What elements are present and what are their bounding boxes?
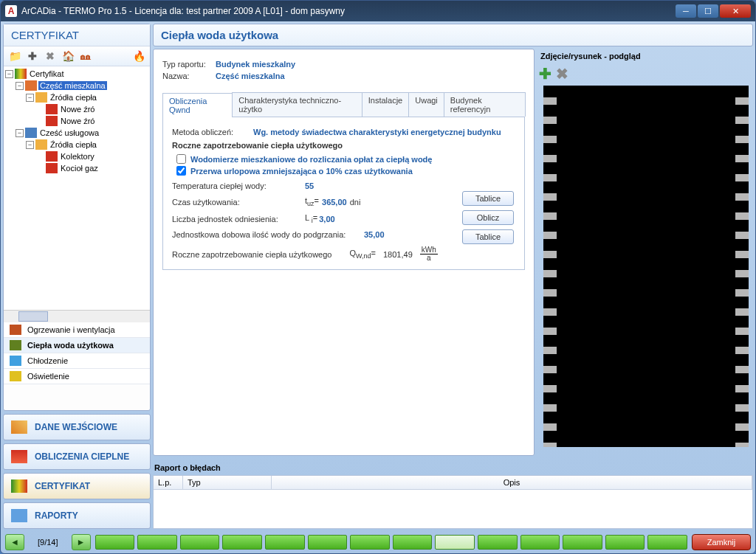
progress-seg[interactable] — [180, 535, 220, 550]
metoda-value[interactable]: Wg. metody świadectwa charakterystyki en… — [253, 128, 501, 136]
progress-seg-current[interactable] — [435, 535, 475, 550]
tree-h-scrollbar[interactable] — [4, 310, 150, 322]
delete-icon[interactable]: ✖ — [42, 48, 58, 64]
typ-raportu-value[interactable]: Budynek mieszkalny — [216, 60, 295, 69]
errors-title: Raport o błędach — [153, 460, 753, 475]
errors-table: L.p. Typ Opis — [153, 475, 753, 529]
house-icon — [25, 80, 37, 91]
page-indicator: [9/14] — [29, 538, 67, 547]
metoda-label: Metoda obliczeń: — [172, 128, 253, 136]
roczne-symbol: QW,nd= — [349, 249, 376, 260]
preview-panel: Zdjęcie/rysunek - podgląd ✚ ✖ — [539, 49, 753, 456]
collapse-icon[interactable]: − — [16, 82, 24, 90]
nav-item-heating[interactable]: Ogrzewanie i wentylacja — [4, 322, 150, 338]
czas-symbol: tuz= — [305, 196, 319, 207]
prev-page-button[interactable]: ◄ — [5, 534, 24, 550]
flame-icon[interactable]: 🔥 — [131, 48, 147, 64]
tablice-button-2[interactable]: Tablice — [462, 229, 514, 244]
tree-node[interactable]: −Część mieszkalna — [5, 80, 150, 91]
delete-image-icon[interactable]: ✖ — [556, 65, 568, 83]
progress-seg[interactable] — [520, 535, 560, 550]
add-icon[interactable]: 📁 — [7, 48, 23, 64]
col-typ[interactable]: Typ — [183, 476, 272, 489]
liczba-value[interactable]: 3,00 — [319, 215, 334, 224]
progress-seg[interactable] — [647, 535, 687, 550]
progress-seg[interactable] — [137, 535, 177, 550]
errors-body — [154, 490, 752, 528]
czas-label: Czas użytkowania: — [172, 198, 305, 207]
oblicz-button[interactable]: Oblicz — [462, 210, 514, 225]
maximize-button[interactable]: ☐ — [698, 4, 718, 18]
plus-icon[interactable]: ✚ — [24, 48, 41, 64]
nav-list: Ogrzewanie i wentylacja Ciepła woda użyt… — [4, 322, 150, 384]
tree: −Certyfikat −Część mieszkalna −Źródła ci… — [4, 66, 150, 310]
titlebar: A ArCADia - TERMO Pro 1.5 - Licencja dla… — [1, 1, 755, 21]
col-lp[interactable]: L.p. — [154, 476, 183, 489]
tab-referencyjny[interactable]: Budynek referencyjn — [444, 92, 526, 117]
nazwa-value[interactable]: Część mieszkalna — [216, 72, 285, 80]
progress-seg[interactable] — [308, 535, 348, 550]
chk-przerwa[interactable]: Przerwa urlopowa zmniejszająca o 10% cza… — [176, 166, 515, 176]
tree-node[interactable]: Kocioł gaz — [5, 162, 150, 174]
app-window: A ArCADia - TERMO Pro 1.5 - Licencja dla… — [0, 0, 756, 554]
temp-value[interactable]: 55 — [305, 181, 314, 190]
tree-node[interactable]: −Źródła ciepła — [5, 139, 150, 150]
add-image-icon[interactable]: ✚ — [539, 65, 551, 83]
tool1-icon[interactable]: 🏠 — [60, 48, 76, 64]
source-icon — [46, 151, 58, 162]
chk-przerwa-box[interactable] — [176, 166, 186, 176]
tree-node[interactable]: Nowe źró — [5, 103, 150, 115]
jedn-value[interactable]: 35,00 — [364, 230, 385, 239]
next-page-button[interactable]: ► — [72, 534, 91, 550]
window-close-button[interactable]: ✕ — [720, 4, 751, 18]
progress-seg[interactable] — [222, 535, 262, 550]
left-panel-title: CERTYFIKAT — [4, 24, 150, 46]
tree-node[interactable]: −Źródła ciepła — [5, 91, 150, 103]
nav-button-calc[interactable]: OBLICZENIA CIEPLNE — [3, 443, 151, 470]
progress-seg[interactable] — [605, 535, 645, 550]
nav-button-reports[interactable]: RAPORTY — [3, 502, 151, 529]
collapse-icon[interactable]: − — [26, 94, 34, 102]
tab-uwagi[interactable]: Uwagi — [408, 92, 444, 117]
tool2-icon[interactable]: 🏘 — [78, 48, 94, 64]
tablice-button-1[interactable]: Tablice — [462, 191, 514, 206]
tree-node[interactable]: Kolektory — [5, 150, 150, 162]
minimize-button[interactable]: ─ — [676, 4, 696, 18]
czas-value[interactable]: 365,00 — [322, 198, 347, 207]
progress-seg[interactable] — [350, 535, 390, 550]
progress-seg[interactable] — [563, 535, 602, 550]
progress-seg[interactable] — [265, 535, 305, 550]
tree-toolbar: 📁 ✚ ✖ 🏠 🏘 🔥 — [4, 46, 150, 66]
nav-item-cooling[interactable]: Chłodzenie — [4, 353, 150, 369]
building-icon — [25, 128, 37, 138]
section-heading: Roczne zapotrzebowanie ciepła użytkowego — [172, 141, 515, 150]
report-icon — [11, 509, 27, 522]
preview-title: Zdjęcie/rysunek - podgląd — [539, 49, 753, 63]
collapse-icon[interactable]: − — [26, 141, 34, 149]
nav-item-lighting[interactable]: Oświetlenie — [4, 369, 150, 384]
typ-raportu-label: Typ raportu: — [162, 60, 216, 69]
close-button[interactable]: Zamknij — [692, 534, 751, 550]
tab-instalacje[interactable]: Instalacje — [362, 92, 409, 117]
progress-segments — [95, 535, 687, 550]
progress-seg[interactable] — [393, 535, 433, 550]
chk-wodomierze[interactable]: Wodomierze mieszkaniowe do rozliczania o… — [176, 154, 515, 164]
tab-obliczenia[interactable]: Obliczenia Qwnd — [162, 93, 233, 117]
chk-wodomierze-box[interactable] — [176, 154, 186, 164]
progress-seg[interactable] — [478, 535, 518, 550]
progress-seg[interactable] — [95, 535, 135, 550]
tab-charakterystyka[interactable]: Charakterystyka techniczno-użytko — [232, 92, 362, 117]
tree-node[interactable]: −Cześć usługowa — [5, 127, 150, 139]
col-opis[interactable]: Opis — [272, 476, 752, 489]
temp-label: Temperatura ciepłej wody: — [172, 181, 305, 190]
nav-button-cert[interactable]: CERTYFIKAT — [3, 473, 151, 499]
nav-button-input[interactable]: DANE WEJŚCIOWE — [3, 414, 151, 440]
snowflake-icon — [10, 356, 21, 366]
source-icon — [46, 104, 58, 114]
roczne-label: Roczne zapotrzebowanie ciepła użytkowego — [172, 250, 331, 259]
nav-item-hot-water[interactable]: Ciepła woda użytkowa — [4, 338, 150, 353]
tree-node[interactable]: Nowe źró — [5, 115, 150, 127]
collapse-icon[interactable]: − — [16, 129, 24, 137]
collapse-icon[interactable]: − — [5, 70, 13, 78]
tree-node[interactable]: −Certyfikat — [5, 68, 150, 80]
